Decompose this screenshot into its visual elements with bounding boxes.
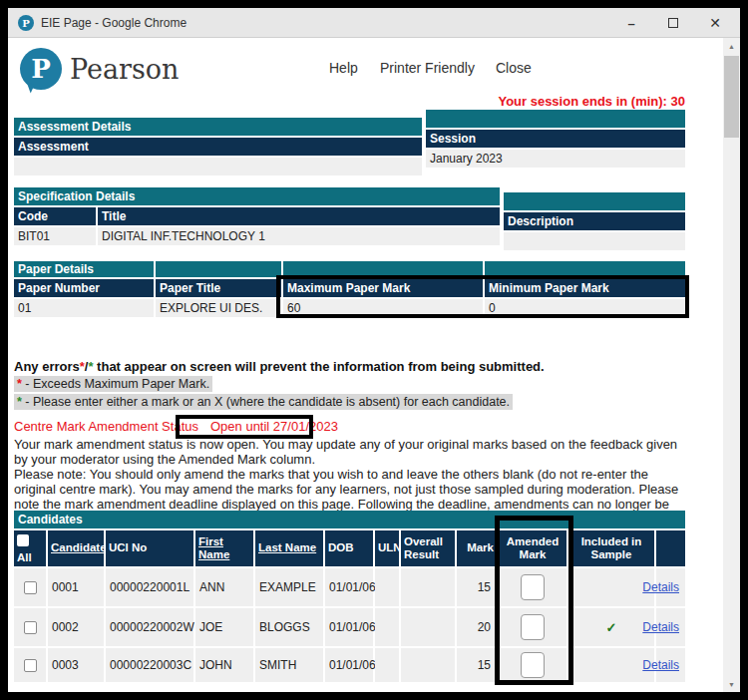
spec-code-value: BIT01: [14, 227, 96, 245]
candidate-row-checkbox[interactable]: [24, 581, 37, 594]
uci-column-header: UCI No: [106, 530, 193, 566]
included-in-sample-cell: [568, 648, 654, 682]
errors-intro-suffix: that appear on screen will prevent the i…: [94, 359, 545, 374]
included-in-sample-cell: ✓: [568, 608, 654, 646]
last-name-cell: SMITH: [255, 648, 323, 682]
printer-friendly-link[interactable]: Printer Friendly: [380, 60, 475, 76]
description-table-top-bar: [504, 192, 685, 210]
row-checkbox-cell: [14, 568, 46, 606]
description-value: [504, 232, 685, 250]
details-link[interactable]: Details: [642, 620, 679, 634]
paper-number-value: 01: [14, 299, 154, 317]
first-name-column-header: First Name: [195, 530, 253, 566]
amendment-status-label: Centre Mark Amendment Status: [14, 419, 198, 434]
details-link[interactable]: Details: [642, 658, 679, 672]
candidate-number-cell: 0003: [48, 648, 104, 682]
errors-intro: Any errors*/* that appear on screen will…: [14, 359, 545, 374]
amended-mark-cell: [499, 648, 566, 682]
details-cell: Details: [656, 568, 685, 606]
browser-window: P EIE Page - Google Chrome – ✕ P Pearson…: [8, 8, 740, 692]
details-cell: Details: [656, 648, 685, 682]
candidate-number-cell: 0002: [48, 608, 104, 646]
assessment-details-section-header: Assessment Details: [14, 118, 422, 136]
last-name-sort-link[interactable]: Last Name: [258, 541, 316, 554]
uln-cell: [375, 568, 399, 606]
paper-teal-segment: [485, 261, 685, 277]
amended-mark-input[interactable]: [521, 614, 545, 640]
select-all-checkbox[interactable]: [17, 534, 29, 546]
error-legend-text: - Exceeds Maximum Paper Mark.: [22, 377, 209, 391]
details-link[interactable]: Details: [642, 580, 679, 594]
amended-mark-input[interactable]: [521, 652, 545, 678]
session-label: Session: [426, 130, 685, 148]
included-in-sample-column-header: Included in Sample: [568, 530, 654, 566]
max-paper-mark-value: 60: [283, 299, 483, 317]
error-legend-text: - Please enter either a mark or an X (wh…: [22, 395, 510, 409]
assessment-value: [14, 158, 422, 175]
amended-mark-cell: [499, 568, 566, 606]
row-checkbox-cell: [14, 608, 46, 646]
assessment-details-table: Assessment Details Assessment: [14, 118, 422, 175]
dob-cell: 01/01/06: [325, 568, 373, 606]
scroll-up-icon[interactable]: ▲: [723, 38, 740, 54]
specification-details-section-header: Specification Details: [14, 187, 500, 205]
candidates-table: All Candidate UCI No First Name Last Nam…: [14, 530, 685, 682]
candidates-section-header: Candidates: [14, 511, 685, 528]
maximize-button[interactable]: [664, 14, 682, 32]
overall-result-cell: [401, 568, 455, 606]
first-name-sort-link[interactable]: First Name: [198, 535, 250, 561]
mark-column-header: Mark: [457, 530, 497, 566]
scroll-down-icon[interactable]: ▼: [723, 676, 740, 692]
uci-cell: 00000220002W: [106, 608, 193, 646]
help-link[interactable]: Help: [329, 60, 358, 76]
amendment-status-value: Open until 27/01/2023: [210, 419, 338, 434]
spec-title-value: DIGITAL INF.TECHNOLOGY 1: [98, 227, 500, 245]
amended-mark-input[interactable]: [521, 574, 545, 600]
error-legend-mark-or-x: * - Please enter either a mark or an X (…: [14, 394, 513, 410]
close-window-button[interactable]: ✕: [706, 14, 724, 32]
session-table-top-bar: [426, 110, 685, 128]
scrollbar-thumb[interactable]: [724, 56, 739, 138]
paper-details-section-header: Paper Details: [14, 261, 154, 277]
close-page-link[interactable]: Close: [496, 60, 532, 76]
maximize-icon: [668, 18, 678, 28]
first-name-cell: ANN: [195, 568, 253, 606]
mark-cell: 15: [457, 648, 497, 682]
last-name-column-header: Last Name: [255, 530, 323, 566]
paper-number-header: Paper Number: [14, 279, 154, 297]
page-content: P Pearson Help Printer Friendly Close Yo…: [8, 38, 740, 692]
candidate-column-header: Candidate: [48, 530, 104, 566]
uci-cell: 00000220003C: [106, 648, 193, 682]
overall-result-cell: [401, 648, 455, 682]
candidate-sort-link[interactable]: Candidate: [51, 541, 107, 554]
first-name-cell: JOHN: [195, 648, 253, 682]
amended-mark-cell: [499, 608, 566, 646]
dob-column-header: DOB: [325, 530, 373, 566]
uci-cell: 00000220001L: [106, 568, 193, 606]
session-table: Session January 2023: [426, 110, 685, 168]
details-cell: Details: [656, 608, 685, 646]
dob-cell: 01/01/06: [325, 648, 373, 682]
overall-result-column-header: Overall Result: [401, 530, 455, 566]
included-in-sample-cell: [568, 568, 654, 606]
session-value: January 2023: [426, 150, 685, 168]
paper-teal-segment: [283, 261, 483, 277]
description-table: Description: [504, 192, 685, 250]
candidate-row-checkbox[interactable]: [24, 659, 37, 672]
uln-cell: [375, 648, 399, 682]
select-all-header: All: [14, 530, 46, 566]
candidate-row-checkbox[interactable]: [24, 621, 37, 634]
overall-result-cell: [401, 608, 455, 646]
amendment-paragraph-1: Your mark amendment status is now open. …: [14, 437, 688, 467]
pearson-logo-icon: P: [20, 48, 62, 90]
session-timeout-warning: Your session ends in (min): 30: [498, 94, 685, 109]
amended-mark-column-header: Amended Mark: [499, 530, 566, 566]
errors-intro-prefix: Any errors: [14, 359, 80, 374]
mark-cell: 15: [457, 568, 497, 606]
uln-cell: [375, 608, 399, 646]
select-all-label: All: [17, 551, 32, 564]
minimize-button[interactable]: –: [622, 14, 640, 32]
window-titlebar: P EIE Page - Google Chrome – ✕: [8, 8, 740, 38]
candidate-number-cell: 0001: [48, 568, 104, 606]
vertical-scrollbar[interactable]: ▲ ▼: [723, 38, 740, 692]
